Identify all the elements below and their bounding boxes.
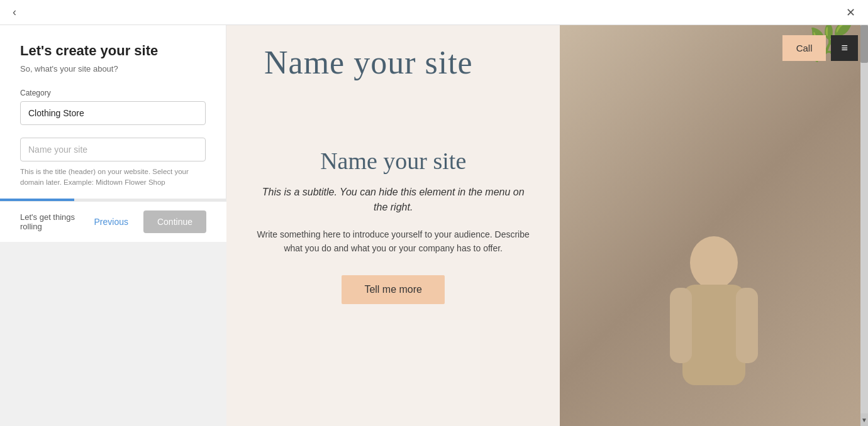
top-bar: ‹ ✕ (0, 0, 868, 25)
helper-text: Let's get things rolling (20, 212, 86, 231)
svg-rect-2 (670, 288, 692, 363)
previous-button[interactable]: Previous (86, 212, 135, 232)
category-input[interactable] (20, 101, 206, 125)
close-button[interactable]: ✕ (841, 3, 860, 22)
top-bar-left: ‹ (8, 3, 21, 21)
panel-title: Let's create your site (20, 43, 206, 59)
progress-track (0, 199, 226, 201)
bottom-bar-actions: Previous Continue (86, 210, 206, 233)
deco-person-image (651, 225, 777, 426)
main-layout: Let's create your site So, what's your s… (0, 25, 868, 426)
svg-rect-3 (736, 288, 758, 363)
site-name-input[interactable] (20, 138, 206, 161)
preview-hero-subtitle: This is a subtitle. You can hide this el… (257, 185, 530, 215)
preview-hero-title-large: Name your site (264, 44, 473, 81)
progress-fill (0, 199, 74, 201)
preview-hero-right: 🌿 (560, 25, 868, 426)
back-button[interactable]: ‹ (8, 3, 21, 21)
category-label: Category (20, 89, 206, 97)
preview-scrollbar[interactable]: ▲ ▼ (860, 25, 868, 426)
site-name-field-group: This is the title (header) on your websi… (20, 138, 206, 188)
preview-hero-title-medium: Name your site (320, 147, 466, 175)
svg-point-0 (690, 236, 738, 289)
preview-call-button[interactable]: Call (782, 35, 826, 61)
scroll-down-arrow[interactable]: ▼ (860, 413, 868, 426)
preview-site: Name your site Call ≡ Name your site Thi… (226, 25, 868, 426)
left-panel: Let's create your site So, what's your s… (0, 25, 226, 201)
progress-bar-container (0, 199, 226, 201)
preview-hero: Name your site This is a subtitle. You c… (226, 25, 868, 426)
continue-button[interactable]: Continue (143, 210, 206, 233)
left-column: Let's create your site So, what's your s… (0, 25, 226, 426)
scroll-thumb[interactable] (860, 25, 868, 63)
preview-hero-left: Name your site This is a subtitle. You c… (226, 25, 560, 426)
preview-menu-button[interactable]: ≡ (831, 35, 858, 61)
preview-nav: Call ≡ (782, 35, 858, 61)
site-name-hint: This is the title (header) on your websi… (20, 167, 206, 188)
panel-subtitle: So, what's your site about? (20, 64, 206, 74)
preview-container: Name your site Call ≡ Name your site Thi… (226, 25, 868, 426)
preview-cta-button[interactable]: Tell me more (342, 275, 445, 304)
preview-panel: Name your site Call ≡ Name your site Thi… (226, 25, 868, 426)
bottom-bar: Let's get things rolling Previous Contin… (0, 201, 226, 242)
preview-hero-body: Write something here to introduce yourse… (257, 227, 530, 256)
category-field-group: Category (20, 89, 206, 125)
